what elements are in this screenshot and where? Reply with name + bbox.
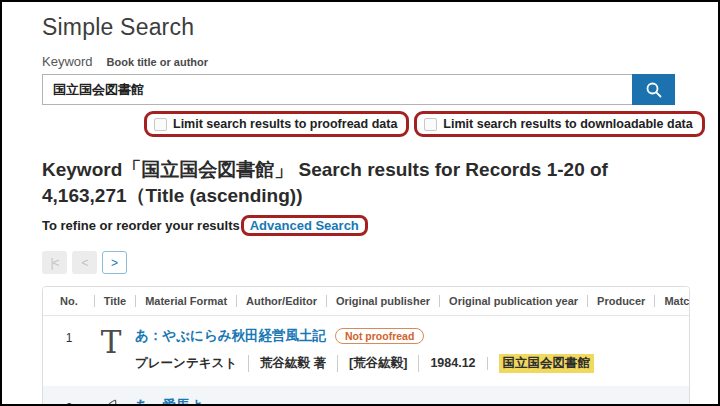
table-row: 2 あゝ愛馬よ れきおん 林 柳波[作詞][Other] キングレコード xyxy=(43,386,689,406)
advanced-search-annotation-box: Advanced Search xyxy=(241,215,368,236)
meta-year: 1984.12 xyxy=(418,355,486,371)
column-header-publication-year: Original publication year xyxy=(439,295,587,307)
row-number: 1 xyxy=(51,327,87,372)
gramophone-icon xyxy=(87,397,135,406)
pagination: |< < > xyxy=(42,251,718,274)
keyword-row: Keyword Book title or author xyxy=(42,54,718,69)
next-page-button[interactable]: > xyxy=(102,251,127,274)
proofread-annotation-box: Limit search results to proofread data xyxy=(144,111,409,137)
magnifier-icon xyxy=(645,81,663,99)
table-header-row: No. Title Material Format Author/Editor … xyxy=(43,287,689,316)
column-header-author: Author/Editor xyxy=(236,295,326,307)
proofread-checkbox-label: Limit search results to proofread data xyxy=(173,117,397,131)
advanced-search-link[interactable]: Advanced Search xyxy=(250,218,359,233)
downloadable-annotation-box: Limit search results to downloadable dat… xyxy=(414,111,704,137)
meta-publisher: [荒谷紘毅] xyxy=(337,355,418,371)
table-row: 1 T あ：やぶにらみ秋田経営風土記 Not proofread プレーンテキス… xyxy=(43,316,689,385)
column-header-producer: Producer xyxy=(587,295,654,307)
proofread-checkbox[interactable] xyxy=(154,118,167,131)
column-header-title: Title xyxy=(94,295,135,307)
result-title-link[interactable]: あゝ愛馬よ xyxy=(135,397,203,406)
result-title-link[interactable]: あ：やぶにらみ秋田経営風土記 xyxy=(135,327,326,345)
text-material-icon: T xyxy=(87,327,135,372)
meta-material-format: プレーンテキスト xyxy=(135,355,248,371)
search-button[interactable] xyxy=(632,74,675,105)
downloadable-checkbox-label: Limit search results to downloadable dat… xyxy=(443,117,692,131)
results-heading: Keyword「国立国会図書館」 Search results for Reco… xyxy=(42,157,678,208)
screenshot-frame: Simple Search Keyword Book title or auth… xyxy=(0,0,720,406)
downloadable-checkbox[interactable] xyxy=(424,118,437,131)
row-number: 2 xyxy=(51,397,87,406)
matched-term-highlight: 国立国会図書館 xyxy=(499,354,595,372)
prev-page-button: < xyxy=(72,251,97,274)
keyword-hint: Book title or author xyxy=(107,56,208,68)
column-header-material-format: Material Format xyxy=(135,295,236,307)
column-header-publisher: Original publisher xyxy=(326,295,439,307)
column-header-matched-parts: Matched parts xyxy=(654,295,690,307)
meta-author: 荒谷紘毅 著 xyxy=(248,355,337,371)
refine-text: To refine or reorder your results xyxy=(42,218,240,233)
refine-row: To refine or reorder your results Advanc… xyxy=(42,215,718,236)
keyword-label: Keyword xyxy=(42,54,93,69)
search-bar xyxy=(42,74,675,105)
column-header-no: No. xyxy=(55,295,94,307)
limit-filters: Limit search results to proofread data L… xyxy=(144,111,718,137)
not-proofread-badge: Not proofread xyxy=(335,328,424,344)
first-page-button: |< xyxy=(42,251,67,274)
results-table: No. Title Material Format Author/Editor … xyxy=(42,286,690,406)
search-input[interactable] xyxy=(42,74,632,105)
page-title: Simple Search xyxy=(42,14,718,41)
result-meta: プレーンテキスト 荒谷紘毅 著 [荒谷紘毅] 1984.12 国立国会図書館 xyxy=(135,354,681,372)
